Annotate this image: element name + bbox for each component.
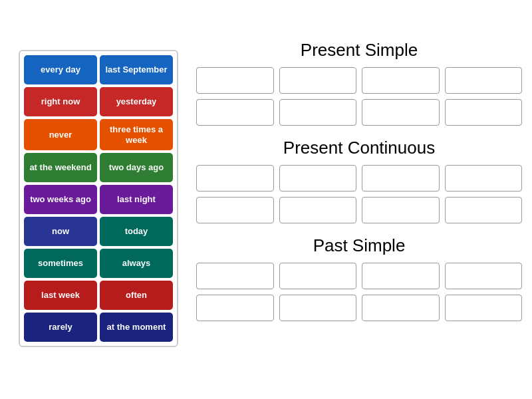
drop-box-present-continuous-0-3[interactable] [445,165,523,192]
drop-box-present-continuous-1-2[interactable] [362,197,440,223]
drop-box-past-simple-1-0[interactable] [196,295,274,321]
tile-yesterday[interactable]: yesterday [100,87,173,116]
drop-row-present-simple-1 [196,99,522,126]
drop-box-past-simple-0-1[interactable] [279,263,357,289]
drop-box-past-simple-1-1[interactable] [279,295,357,321]
section-present-continuous: Present Continuous [196,138,522,223]
tile-always[interactable]: always [100,249,173,278]
tile-right-now[interactable]: right now [24,87,97,116]
drop-box-present-simple-0-1[interactable] [279,67,357,94]
section-present-simple: Present Simple [196,40,522,126]
drop-box-present-simple-1-1[interactable] [279,99,357,126]
drop-box-present-simple-0-0[interactable] [196,67,274,94]
tile-at-the-weekend[interactable]: at the weekend [24,153,97,182]
tile-often[interactable]: often [100,281,173,310]
drop-box-past-simple-0-3[interactable] [445,263,523,289]
section-title-past-simple: Past Simple [196,235,522,256]
drop-box-present-continuous-0-1[interactable] [279,165,357,192]
drop-box-present-simple-1-2[interactable] [362,99,440,126]
tile-every-day[interactable]: every day [24,55,97,84]
drop-row-past-simple-0 [196,263,522,289]
tile-three-times-week[interactable]: three times a week [100,119,173,150]
drop-box-past-simple-0-0[interactable] [196,263,274,289]
section-title-present-simple: Present Simple [196,40,522,61]
drop-box-past-simple-1-3[interactable] [445,295,523,321]
drop-box-present-simple-0-2[interactable] [362,67,440,94]
tile-last-night[interactable]: last night [100,185,173,214]
tile-two-weeks-ago[interactable]: two weeks ago [24,185,97,214]
word-tiles-panel: every daylast Septemberright nowyesterda… [19,50,178,347]
drop-box-present-simple-1-3[interactable] [445,99,523,126]
drop-row-present-continuous-0 [196,165,522,192]
tile-sometimes[interactable]: sometimes [24,249,97,278]
drop-box-past-simple-0-2[interactable] [362,263,440,289]
tile-never[interactable]: never [24,119,97,150]
tile-at-the-moment[interactable]: at the moment [100,313,173,342]
tile-now[interactable]: now [24,217,97,246]
drop-zones-panel: Present SimplePresent ContinuousPast Sim… [196,40,522,333]
tile-rarely[interactable]: rarely [24,313,97,342]
tile-last-week[interactable]: last week [24,281,97,310]
drop-box-present-simple-0-3[interactable] [445,67,523,94]
drop-row-past-simple-1 [196,295,522,321]
tile-two-days-ago[interactable]: two days ago [100,153,173,182]
drop-row-present-simple-0 [196,67,522,94]
drop-box-present-continuous-0-0[interactable] [196,165,274,192]
section-title-present-continuous: Present Continuous [196,138,522,158]
drop-box-past-simple-1-2[interactable] [362,295,440,321]
tile-last-september[interactable]: last September [100,55,173,84]
tile-today[interactable]: today [100,217,173,246]
drop-box-present-simple-1-0[interactable] [196,99,274,126]
drop-row-present-continuous-1 [196,197,522,223]
drop-box-present-continuous-1-1[interactable] [279,197,357,223]
drop-box-present-continuous-1-0[interactable] [196,197,274,223]
section-past-simple: Past Simple [196,235,522,321]
drop-box-present-continuous-1-3[interactable] [445,197,523,223]
drop-box-present-continuous-0-2[interactable] [362,165,440,192]
